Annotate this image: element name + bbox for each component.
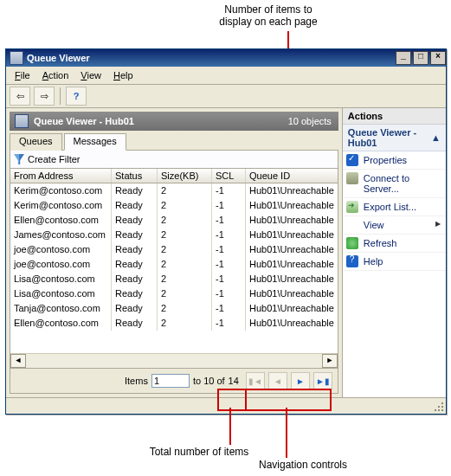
queue-viewer-icon [15, 114, 29, 128]
scroll-track[interactable] [26, 354, 322, 368]
annotation-nav: Navigation controls [242, 459, 364, 471]
actions-header: Actions [343, 108, 446, 125]
filterbar: Create Filter [10, 151, 338, 169]
section-header: Queue Viewer - Hub01 10 objects [10, 112, 338, 131]
maximize-button[interactable]: □ [413, 51, 428, 65]
annotation-total: Total number of items [130, 446, 268, 458]
col-size[interactable]: Size(KB) [158, 169, 212, 183]
grid: From Address Status Size(KB) SCL Queue I… [10, 169, 338, 369]
table-row[interactable]: Tanja@contoso.comReady2-1Hub01\Unreachab… [10, 301, 338, 316]
action-help[interactable]: Help [343, 253, 446, 271]
col-status[interactable]: Status [112, 169, 158, 183]
window-title: Queue Viewer [27, 53, 90, 63]
table-row[interactable]: Lisa@contoso.comReady2-1Hub01\Unreachabl… [10, 272, 338, 286]
table-row[interactable]: Lisa@contoso.comReady2-1Hub01\Unreachabl… [10, 286, 338, 301]
grid-body: Kerim@contoso.comReady2-1Hub01\Unreachab… [10, 183, 338, 353]
col-from[interactable]: From Address [10, 169, 112, 183]
tab-messages[interactable]: Messages [64, 133, 126, 151]
nav-next-button[interactable]: ► [291, 372, 310, 389]
annotation-top: Number of items to display on each page [190, 3, 346, 28]
menu-help[interactable]: Help [108, 68, 139, 82]
scroll-left-button[interactable]: ◄ [10, 354, 26, 368]
forward-button[interactable]: ⇨ [34, 87, 55, 106]
minimize-button[interactable]: _ [396, 51, 411, 65]
statusbar [6, 397, 446, 414]
callout-line-nav [286, 408, 287, 458]
table-row[interactable]: joe@contoso.comReady2-1Hub01\Unreachable [10, 242, 338, 257]
table-row[interactable]: joe@contoso.comReady2-1Hub01\Unreachable [10, 257, 338, 272]
action-connect[interactable]: Connect to Server... [343, 170, 446, 198]
close-button[interactable]: × [430, 51, 446, 65]
items-label: Items [125, 376, 148, 386]
scroll-right-button[interactable]: ► [322, 354, 338, 368]
filter-icon [14, 154, 24, 164]
toolbar: ⇦ ⇨ ? [6, 85, 446, 108]
resize-grip[interactable] [434, 402, 446, 414]
refresh-icon [346, 237, 358, 249]
app-icon [10, 51, 23, 65]
nav-last-button[interactable]: ►▮ [313, 372, 332, 389]
action-properties[interactable]: Properties [343, 151, 446, 170]
callout-line-total [229, 408, 231, 445]
horizontal-scrollbar[interactable]: ◄ ► [10, 353, 338, 368]
items-from-input[interactable] [151, 374, 190, 388]
tab-queues[interactable]: Queues [10, 133, 62, 151]
actions-sub-label: Queue Viewer - Hub01 [348, 127, 431, 148]
menu-file[interactable]: File [10, 68, 35, 82]
window: Queue Viewer _ □ × File Action View Help… [5, 48, 447, 415]
table-row[interactable]: Kerim@contoso.comReady2-1Hub01\Unreachab… [10, 183, 338, 198]
action-export[interactable]: Export List... [343, 198, 446, 216]
action-refresh[interactable]: Refresh [343, 235, 446, 253]
titlebar[interactable]: Queue Viewer _ □ × [6, 49, 446, 67]
actions-sub-header[interactable]: Queue Viewer - Hub01 ▲ [343, 125, 446, 151]
table-row[interactable]: Ellen@contoso.comReady2-1Hub01\Unreachab… [10, 316, 338, 331]
toolbar-separator [60, 87, 61, 105]
menubar: File Action View Help [6, 67, 446, 85]
action-view[interactable]: View [343, 216, 446, 235]
items-to-label: to 10 of [193, 376, 225, 386]
create-filter-link[interactable]: Create Filter [28, 154, 81, 164]
collapse-icon: ▲ [431, 132, 441, 143]
items-total: 14 [229, 376, 239, 386]
object-count: 10 objects [288, 116, 338, 126]
grid-header: From Address Status Size(KB) SCL Queue I… [10, 169, 338, 183]
server-icon [346, 172, 358, 184]
pager: Items to 10 of 14 ▮◄ ◄ ► ►▮ [10, 369, 338, 394]
col-qid[interactable]: Queue ID [246, 169, 338, 183]
nav-first-button[interactable]: ▮◄ [246, 372, 265, 389]
nav-prev-button[interactable]: ◄ [268, 372, 287, 389]
properties-icon [346, 154, 358, 166]
table-row[interactable]: Kerim@contoso.comReady2-1Hub01\Unreachab… [10, 198, 338, 213]
help-icon [346, 255, 358, 267]
main-pane: Queue Viewer - Hub01 10 objects Queues M… [6, 108, 342, 397]
table-row[interactable]: Ellen@contoso.comReady2-1Hub01\Unreachab… [10, 213, 338, 228]
export-icon [346, 201, 358, 213]
menu-view[interactable]: View [75, 68, 106, 82]
menu-action[interactable]: Action [37, 68, 74, 82]
help-toolbar-button[interactable]: ? [66, 87, 87, 106]
actions-pane: Actions Queue Viewer - Hub01 ▲ Propertie… [342, 108, 446, 397]
back-button[interactable]: ⇦ [10, 87, 30, 106]
col-scl[interactable]: SCL [212, 169, 246, 183]
section-title: Queue Viewer - Hub01 [34, 116, 134, 126]
table-row[interactable]: James@contoso.comReady2-1Hub01\Unreachab… [10, 228, 338, 242]
tabbar: Queues Messages [10, 132, 338, 151]
